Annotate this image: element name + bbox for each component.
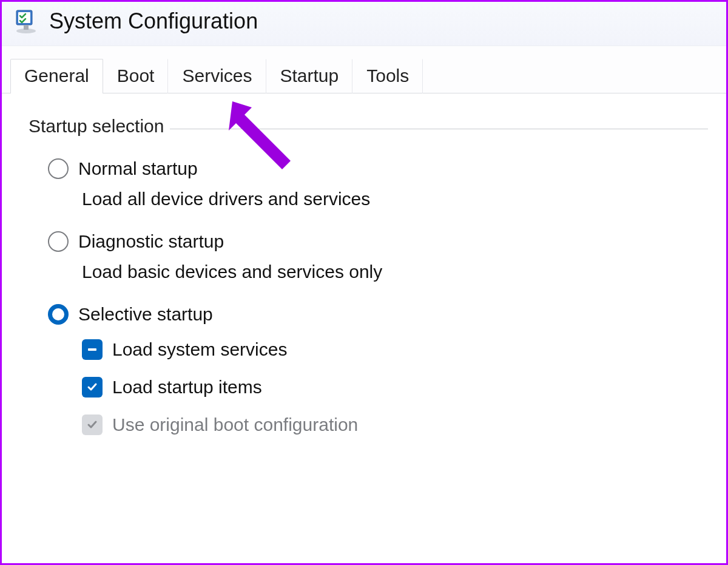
option-selective-startup: Selective startup Load system services L… bbox=[48, 304, 708, 435]
radio-selective-startup[interactable] bbox=[48, 304, 69, 325]
group-legend: Startup selection bbox=[29, 116, 170, 137]
radio-label-normal: Normal startup bbox=[78, 158, 198, 179]
check-row-use-original-boot: Use original boot configuration bbox=[82, 414, 708, 435]
tab-services[interactable]: Services bbox=[168, 59, 266, 93]
checkbox-label-load-startup-items: Load startup items bbox=[112, 377, 262, 398]
checkbox-label-use-original-boot: Use original boot configuration bbox=[112, 414, 358, 435]
radio-desc-normal: Load all device drivers and services bbox=[82, 189, 708, 209]
msconfig-icon bbox=[13, 8, 39, 35]
window-frame: System Configuration General Boot Servic… bbox=[0, 0, 728, 565]
radio-normal-startup[interactable] bbox=[48, 158, 69, 179]
tab-boot[interactable]: Boot bbox=[103, 59, 169, 93]
option-normal-startup: Normal startup Load all device drivers a… bbox=[48, 158, 708, 209]
radio-desc-diagnostic: Load basic devices and services only bbox=[82, 262, 708, 282]
check-row-load-system-services: Load system services bbox=[82, 339, 708, 360]
tab-tools[interactable]: Tools bbox=[352, 59, 423, 93]
startup-selection-group: Startup selection Normal startup Load al… bbox=[29, 129, 708, 435]
svg-rect-3 bbox=[24, 25, 29, 30]
radio-diagnostic-startup[interactable] bbox=[48, 231, 69, 252]
selective-checklist: Load system services Load startup items … bbox=[82, 339, 708, 435]
tab-content-general: Startup selection Normal startup Load al… bbox=[2, 93, 726, 435]
window-title: System Configuration bbox=[49, 8, 258, 34]
radio-label-diagnostic: Diagnostic startup bbox=[78, 231, 224, 252]
checkbox-load-system-services[interactable] bbox=[82, 339, 103, 360]
tabs-row: General Boot Services Startup Tools bbox=[2, 46, 726, 93]
checkbox-label-load-system-services: Load system services bbox=[112, 339, 287, 360]
titlebar: System Configuration bbox=[2, 2, 726, 46]
checkbox-load-startup-items[interactable] bbox=[82, 377, 103, 398]
checkbox-use-original-boot bbox=[82, 414, 103, 435]
tab-startup[interactable]: Startup bbox=[266, 59, 353, 93]
tab-general[interactable]: General bbox=[10, 59, 103, 93]
check-row-load-startup-items: Load startup items bbox=[82, 377, 708, 398]
option-diagnostic-startup: Diagnostic startup Load basic devices an… bbox=[48, 231, 708, 282]
radio-label-selective: Selective startup bbox=[78, 304, 213, 325]
